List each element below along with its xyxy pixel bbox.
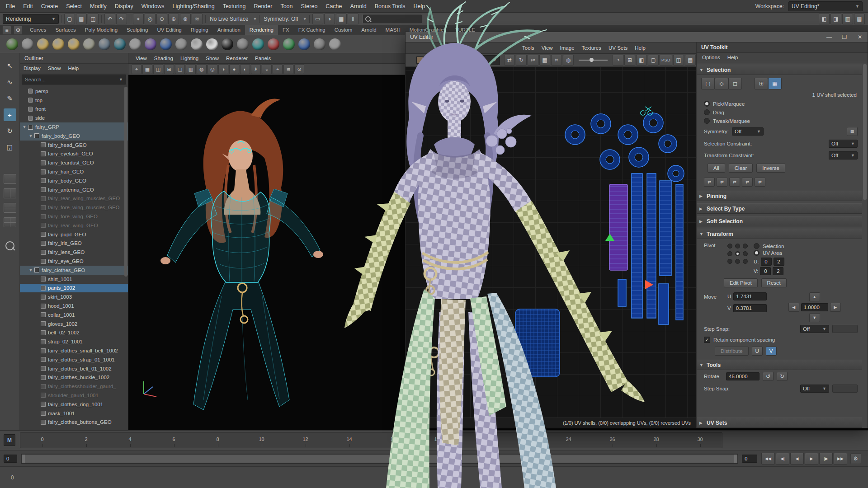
close-button[interactable]: ✕ xyxy=(852,32,868,42)
retain-spacing-checkbox[interactable]: ✓ xyxy=(704,337,710,343)
tools-section-header[interactable]: ▼Tools xyxy=(697,360,862,370)
distortion-display-icon[interactable]: ◧ xyxy=(636,55,647,66)
menu-item[interactable]: Select xyxy=(62,0,86,13)
viewport-menu-item[interactable]: View xyxy=(132,53,151,63)
shelf-tab[interactable]: FX xyxy=(278,25,294,35)
pivot-v-min-field[interactable]: 0 xyxy=(760,267,771,275)
select-tool[interactable]: ↖ xyxy=(4,60,16,72)
ambient-light-icon[interactable] xyxy=(81,36,97,53)
snap-to-projected-center-icon[interactable]: ⊕ xyxy=(168,14,179,24)
pixel-snap-icon[interactable]: ⌗ xyxy=(551,55,562,66)
menu-item[interactable]: Edit xyxy=(19,0,37,13)
selection-action-button[interactable]: All xyxy=(708,164,725,173)
texture-select[interactable]: fairy_clothes_baseColor▼ xyxy=(425,55,500,65)
time-slider[interactable]: 024681012141618202224262830 xyxy=(20,432,722,448)
lasso-tool[interactable]: ∿ xyxy=(4,76,16,89)
use-all-lights-icon[interactable]: ☀ xyxy=(251,64,261,74)
psd-button[interactable]: PSD xyxy=(660,55,672,66)
ipr-render-icon[interactable]: ◑ xyxy=(324,14,335,24)
film-gate-icon[interactable]: ◫ xyxy=(153,64,163,74)
playback-start-field[interactable]: 0 xyxy=(4,455,17,463)
viewport-menu-item[interactable]: Renderer xyxy=(222,53,251,63)
pivot-u-min-field[interactable]: 0 xyxy=(761,258,772,266)
scale-tool[interactable]: ◱ xyxy=(4,141,16,154)
play-backwards-button[interactable]: ◀ xyxy=(790,453,804,465)
outliner-search-input[interactable]: Search...▼ xyxy=(22,75,126,84)
isolate-select-icon[interactable]: ⊙ xyxy=(294,64,304,74)
uv-editor-menu-item[interactable]: Image xyxy=(557,42,578,53)
save-scene-icon[interactable]: ◫ xyxy=(88,14,99,24)
shadows-icon[interactable]: ◒ xyxy=(262,64,272,74)
shelf-tab[interactable]: Rigging xyxy=(186,25,213,35)
hypershade-toggle-icon[interactable]: ◨ xyxy=(830,14,841,24)
expand-arrow-icon[interactable]: ▼ xyxy=(28,134,33,138)
rotate-angle-field[interactable]: 45.0000 xyxy=(726,372,760,380)
uv-editor-menu-item[interactable]: Tools xyxy=(519,42,538,53)
expand-arrow-icon[interactable]: ▼ xyxy=(22,125,27,129)
spot-light-icon[interactable] xyxy=(35,36,51,53)
outliner-item[interactable]: ▼ gloves_1002 xyxy=(20,319,128,328)
outliner-item[interactable]: ▼ fairy_antenna_GEO xyxy=(20,185,128,194)
menu-item[interactable]: Stereo xyxy=(297,0,322,13)
gate-mask-icon[interactable]: ▢ xyxy=(175,64,185,74)
rotate-ccw-button[interactable]: ↺ xyxy=(763,372,774,381)
pivot-position-grid[interactable] xyxy=(727,244,749,275)
wireframe-on-shaded-icon[interactable]: ◑ xyxy=(218,64,228,74)
distribute-v-button[interactable]: V xyxy=(766,347,777,356)
render-current-frame-icon[interactable]: ▭ xyxy=(312,14,323,24)
shelf-tab[interactable]: FX Caching xyxy=(294,25,330,35)
outliner-item[interactable]: ▼ fairy_clothes_ring_1001 xyxy=(20,400,128,409)
convert-to-shell-icon[interactable]: ⇄ xyxy=(742,178,753,187)
uv-editor-menu-item[interactable]: Help xyxy=(631,42,649,53)
outliner-item[interactable]: ▼ fairy_clothes_GEO xyxy=(20,266,128,275)
menu-item[interactable]: Texturing xyxy=(219,0,250,13)
shelf-tab[interactable]: Rendering xyxy=(245,25,278,35)
point-light-icon[interactable] xyxy=(51,36,66,53)
uv-editor-menu-item[interactable]: View xyxy=(538,42,557,53)
outliner-item[interactable]: ▼ pants_1002 xyxy=(20,284,128,293)
convert-to-border-icon[interactable]: ⇄ xyxy=(755,178,765,187)
symmetry-grid-icon[interactable]: ▦ xyxy=(847,127,858,136)
outliner-item[interactable]: ▼ fairy_fore_wing_muscles_GEO xyxy=(20,203,128,212)
convert-to-uv-icon[interactable]: ⇄ xyxy=(704,178,715,187)
zoom-tool-icon[interactable] xyxy=(5,241,14,250)
convert-to-face-icon[interactable]: ⇄ xyxy=(729,178,740,187)
move-step-snap-select[interactable]: Off▼ xyxy=(800,325,829,333)
pause-icon[interactable]: ‖ xyxy=(348,14,359,24)
menu-item[interactable]: Lighting/Shading xyxy=(169,0,219,13)
shelf-gear-icon[interactable]: ⚙ xyxy=(14,26,23,35)
outliner-menu-item[interactable]: Show xyxy=(44,64,65,73)
move-v-field[interactable]: 0.3781 xyxy=(733,304,767,312)
motion-blur-icon[interactable]: ≋ xyxy=(283,64,293,74)
transform-constraint-select[interactable]: Off▼ xyxy=(829,151,858,160)
area-light-icon[interactable] xyxy=(66,36,81,53)
utility-node-icon[interactable] xyxy=(312,36,327,53)
outliner-item[interactable]: ▼ fairy_lens_GEO xyxy=(20,248,128,257)
phong-icon[interactable] xyxy=(143,36,158,53)
selection-mode-radio[interactable]: Pick/Marquee xyxy=(697,99,862,108)
uv-editor-titlebar[interactable]: UV Editor — ❒ ✕ xyxy=(406,32,868,42)
symmetry-select[interactable]: Off▼ xyxy=(732,127,764,136)
modeling-toolkit-toggle-icon[interactable]: ◧ xyxy=(819,14,830,24)
outliner-item[interactable]: ▼ strap_02_1001 xyxy=(20,337,128,346)
distribute-u-button[interactable]: U xyxy=(752,347,763,356)
texture-borders-icon[interactable]: ◔ xyxy=(613,55,623,66)
menu-item[interactable]: Toon xyxy=(276,0,297,13)
volume-light-icon[interactable] xyxy=(97,36,112,53)
symmetry-status[interactable]: Symmetry: Off xyxy=(262,16,300,22)
menu-item[interactable]: Create xyxy=(37,0,62,13)
ramp-shader-icon[interactable] xyxy=(189,36,204,53)
selection-section-header[interactable]: ▼Selection xyxy=(697,65,862,75)
uv-editor-menu-item[interactable]: Textures xyxy=(578,42,605,53)
step-forward-frame-button[interactable]: |▶ xyxy=(819,453,833,465)
gray-ball-icon[interactable] xyxy=(235,36,250,53)
channel-box-toggle-icon[interactable]: ▤ xyxy=(854,14,865,24)
outliner-item[interactable]: ▼ shirt_1001 xyxy=(20,275,128,284)
outliner-item[interactable]: ▼ fairy_eyelash_GEO xyxy=(20,150,128,159)
open-scene-icon[interactable]: ▤ xyxy=(76,14,87,24)
grid-icon[interactable]: ▦ xyxy=(539,55,550,66)
outliner-item[interactable]: ▼ fairy_clothes_belt_01_1002 xyxy=(20,364,128,373)
go-to-start-button[interactable]: ◀◀ xyxy=(761,453,775,465)
shade-uvs-icon[interactable]: ◍ xyxy=(563,55,574,66)
snap-to-grid-icon[interactable]: ⌖ xyxy=(133,14,144,24)
